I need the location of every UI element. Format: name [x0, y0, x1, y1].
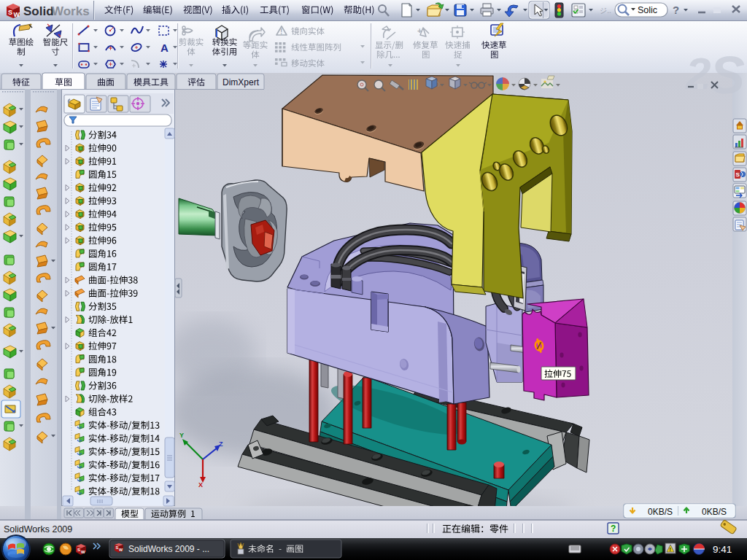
- svg-text:Y: Y: [179, 432, 184, 439]
- svg-text:S: S: [710, 46, 745, 104]
- svg-text:W: W: [81, 550, 85, 554]
- svg-text:A: A: [160, 42, 169, 54]
- svg-text:Solic: Solic: [638, 5, 657, 15]
- svg-text:S: S: [736, 171, 740, 178]
- svg-text:9:41: 9:41: [713, 544, 732, 555]
- svg-text:Works: Works: [52, 4, 90, 18]
- svg-text:W: W: [119, 548, 123, 552]
- svg-text:?: ?: [611, 524, 616, 534]
- svg-text:0KB/S: 0KB/S: [648, 507, 673, 517]
- svg-text:Z: Z: [219, 440, 223, 448]
- svg-text:!: !: [280, 28, 282, 36]
- svg-text:W: W: [14, 11, 20, 18]
- svg-text:Solid: Solid: [23, 4, 54, 18]
- svg-text:S: S: [77, 548, 80, 552]
- svg-text:?: ?: [673, 4, 679, 16]
- svg-text:SolidWorks 2009: SolidWorks 2009: [4, 524, 72, 534]
- svg-text:0KB/S: 0KB/S: [702, 507, 727, 517]
- svg-text:S: S: [8, 9, 12, 16]
- svg-text:SolidWorks 2009 - ...: SolidWorks 2009 - ...: [128, 544, 209, 554]
- svg-text:DimXpert: DimXpert: [222, 77, 260, 88]
- svg-text:S: S: [116, 545, 119, 550]
- svg-text:+: +: [417, 26, 422, 35]
- svg-text:2: 2: [685, 48, 711, 98]
- svg-text:!: !: [669, 546, 671, 553]
- svg-text:ジ..: ジ..: [600, 7, 611, 15]
- svg-text:X: X: [198, 481, 203, 489]
